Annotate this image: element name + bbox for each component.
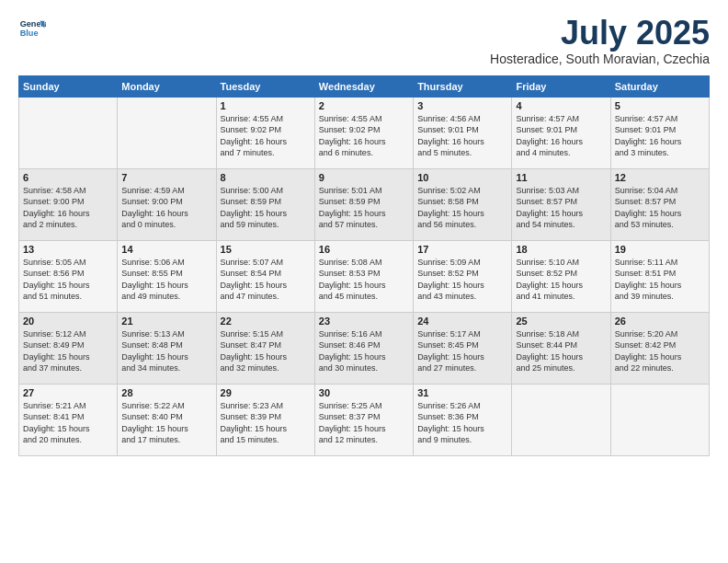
day-number: 16 [319, 244, 409, 255]
day-info: Sunrise: 5:13 AM Sunset: 8:48 PM Dayligh… [121, 328, 211, 374]
day-info: Sunrise: 5:12 AM Sunset: 8:49 PM Dayligh… [23, 328, 113, 374]
day-info: Sunrise: 4:58 AM Sunset: 9:00 PM Dayligh… [23, 185, 113, 231]
calendar-cell: 9Sunrise: 5:01 AM Sunset: 8:59 PM Daylig… [314, 168, 413, 240]
day-number: 15 [221, 244, 311, 255]
day-number: 22 [221, 316, 311, 327]
calendar-cell: 25Sunrise: 5:18 AM Sunset: 8:44 PM Dayli… [512, 312, 610, 384]
day-number: 9 [319, 172, 409, 183]
month-title: July 2025 [490, 15, 710, 52]
calendar-week-row: 1Sunrise: 4:55 AM Sunset: 9:02 PM Daylig… [19, 97, 710, 168]
day-number: 23 [319, 316, 409, 327]
calendar-cell: 7Sunrise: 4:59 AM Sunset: 9:00 PM Daylig… [118, 168, 216, 240]
calendar-cell: 15Sunrise: 5:07 AM Sunset: 8:54 PM Dayli… [216, 240, 314, 312]
calendar-cell: 31Sunrise: 5:26 AM Sunset: 8:36 PM Dayli… [414, 384, 512, 455]
calendar-cell: 20Sunrise: 5:12 AM Sunset: 8:49 PM Dayli… [19, 312, 118, 384]
calendar-cell: 17Sunrise: 5:09 AM Sunset: 8:52 PM Dayli… [414, 240, 512, 312]
day-info: Sunrise: 5:03 AM Sunset: 8:57 PM Dayligh… [516, 185, 606, 231]
day-number: 25 [516, 316, 606, 327]
day-info: Sunrise: 4:56 AM Sunset: 9:01 PM Dayligh… [417, 113, 507, 159]
calendar-cell: 1Sunrise: 4:55 AM Sunset: 9:02 PM Daylig… [216, 97, 314, 168]
day-number: 24 [417, 316, 507, 327]
day-info: Sunrise: 5:09 AM Sunset: 8:52 PM Dayligh… [417, 257, 507, 303]
day-info: Sunrise: 5:07 AM Sunset: 8:54 PM Dayligh… [221, 257, 311, 303]
calendar-cell: 28Sunrise: 5:22 AM Sunset: 8:40 PM Dayli… [118, 384, 216, 455]
day-info: Sunrise: 5:06 AM Sunset: 8:55 PM Dayligh… [121, 257, 211, 303]
weekday-header-thursday: Thursday [414, 75, 512, 97]
day-info: Sunrise: 5:25 AM Sunset: 8:37 PM Dayligh… [319, 400, 409, 446]
page: General Blue July 2025 Hosteradice, Sout… [0, 0, 728, 563]
header: General Blue July 2025 Hosteradice, Sout… [18, 15, 710, 66]
calendar-cell: 13Sunrise: 5:05 AM Sunset: 8:56 PM Dayli… [19, 240, 118, 312]
day-number: 14 [121, 244, 211, 255]
logo-icon: General Blue [18, 15, 46, 42]
location: Hosteradice, South Moravian, Czechia [490, 52, 710, 66]
calendar-cell [512, 384, 610, 455]
day-number: 28 [121, 387, 211, 398]
day-number: 20 [23, 316, 113, 327]
day-number: 30 [319, 387, 409, 398]
day-number: 27 [23, 387, 113, 398]
day-info: Sunrise: 5:02 AM Sunset: 8:58 PM Dayligh… [417, 185, 507, 231]
day-info: Sunrise: 4:59 AM Sunset: 9:00 PM Dayligh… [121, 185, 211, 231]
day-number: 10 [417, 172, 507, 183]
calendar-week-row: 6Sunrise: 4:58 AM Sunset: 9:00 PM Daylig… [19, 168, 710, 240]
title-block: July 2025 Hosteradice, South Moravian, C… [490, 15, 710, 66]
calendar-cell: 30Sunrise: 5:25 AM Sunset: 8:37 PM Dayli… [314, 384, 413, 455]
calendar-cell: 22Sunrise: 5:15 AM Sunset: 8:47 PM Dayli… [216, 312, 314, 384]
calendar-week-row: 13Sunrise: 5:05 AM Sunset: 8:56 PM Dayli… [19, 240, 710, 312]
day-info: Sunrise: 5:16 AM Sunset: 8:46 PM Dayligh… [319, 328, 409, 374]
calendar-cell: 2Sunrise: 4:55 AM Sunset: 9:02 PM Daylig… [314, 97, 413, 168]
day-number: 17 [417, 244, 507, 255]
weekday-header-friday: Friday [512, 75, 610, 97]
weekday-header-sunday: Sunday [19, 75, 118, 97]
weekday-header-saturday: Saturday [610, 75, 709, 97]
calendar-cell: 4Sunrise: 4:57 AM Sunset: 9:01 PM Daylig… [512, 97, 610, 168]
calendar-cell: 19Sunrise: 5:11 AM Sunset: 8:51 PM Dayli… [610, 240, 709, 312]
day-info: Sunrise: 5:10 AM Sunset: 8:52 PM Dayligh… [516, 257, 606, 303]
weekday-header-row: SundayMondayTuesdayWednesdayThursdayFrid… [19, 75, 710, 97]
calendar-cell: 26Sunrise: 5:20 AM Sunset: 8:42 PM Dayli… [610, 312, 709, 384]
day-info: Sunrise: 4:55 AM Sunset: 9:02 PM Dayligh… [221, 113, 311, 159]
day-info: Sunrise: 5:04 AM Sunset: 8:57 PM Dayligh… [615, 185, 705, 231]
calendar-cell: 12Sunrise: 5:04 AM Sunset: 8:57 PM Dayli… [610, 168, 709, 240]
weekday-header-tuesday: Tuesday [216, 75, 314, 97]
day-number: 8 [221, 172, 311, 183]
day-number: 7 [121, 172, 211, 183]
day-number: 3 [417, 100, 507, 111]
day-info: Sunrise: 5:22 AM Sunset: 8:40 PM Dayligh… [121, 400, 211, 446]
calendar-cell: 11Sunrise: 5:03 AM Sunset: 8:57 PM Dayli… [512, 168, 610, 240]
day-info: Sunrise: 5:20 AM Sunset: 8:42 PM Dayligh… [615, 328, 705, 374]
calendar-week-row: 27Sunrise: 5:21 AM Sunset: 8:41 PM Dayli… [19, 384, 710, 455]
day-number: 12 [615, 172, 705, 183]
weekday-header-wednesday: Wednesday [314, 75, 413, 97]
calendar-cell: 3Sunrise: 4:56 AM Sunset: 9:01 PM Daylig… [414, 97, 512, 168]
calendar-cell: 16Sunrise: 5:08 AM Sunset: 8:53 PM Dayli… [314, 240, 413, 312]
calendar-cell: 24Sunrise: 5:17 AM Sunset: 8:45 PM Dayli… [414, 312, 512, 384]
day-info: Sunrise: 5:11 AM Sunset: 8:51 PM Dayligh… [615, 257, 705, 303]
calendar-cell: 8Sunrise: 5:00 AM Sunset: 8:59 PM Daylig… [216, 168, 314, 240]
day-number: 4 [516, 100, 606, 111]
day-info: Sunrise: 5:17 AM Sunset: 8:45 PM Dayligh… [417, 328, 507, 374]
day-number: 29 [221, 387, 311, 398]
logo: General Blue [18, 15, 46, 42]
day-info: Sunrise: 5:08 AM Sunset: 8:53 PM Dayligh… [319, 257, 409, 303]
day-number: 13 [23, 244, 113, 255]
calendar-cell: 27Sunrise: 5:21 AM Sunset: 8:41 PM Dayli… [19, 384, 118, 455]
calendar-cell: 10Sunrise: 5:02 AM Sunset: 8:58 PM Dayli… [414, 168, 512, 240]
day-number: 2 [319, 100, 409, 111]
calendar-cell: 14Sunrise: 5:06 AM Sunset: 8:55 PM Dayli… [118, 240, 216, 312]
day-number: 26 [615, 316, 705, 327]
calendar-cell [19, 97, 118, 168]
svg-text:Blue: Blue [20, 29, 39, 38]
day-info: Sunrise: 5:21 AM Sunset: 8:41 PM Dayligh… [23, 400, 113, 446]
day-number: 18 [516, 244, 606, 255]
day-info: Sunrise: 4:55 AM Sunset: 9:02 PM Dayligh… [319, 113, 409, 159]
day-info: Sunrise: 5:05 AM Sunset: 8:56 PM Dayligh… [23, 257, 113, 303]
calendar-cell: 21Sunrise: 5:13 AM Sunset: 8:48 PM Dayli… [118, 312, 216, 384]
calendar-cell [118, 97, 216, 168]
day-info: Sunrise: 5:26 AM Sunset: 8:36 PM Dayligh… [417, 400, 507, 446]
calendar-cell: 5Sunrise: 4:57 AM Sunset: 9:01 PM Daylig… [610, 97, 709, 168]
calendar-table: SundayMondayTuesdayWednesdayThursdayFrid… [18, 75, 710, 456]
day-info: Sunrise: 5:18 AM Sunset: 8:44 PM Dayligh… [516, 328, 606, 374]
day-number: 5 [615, 100, 705, 111]
